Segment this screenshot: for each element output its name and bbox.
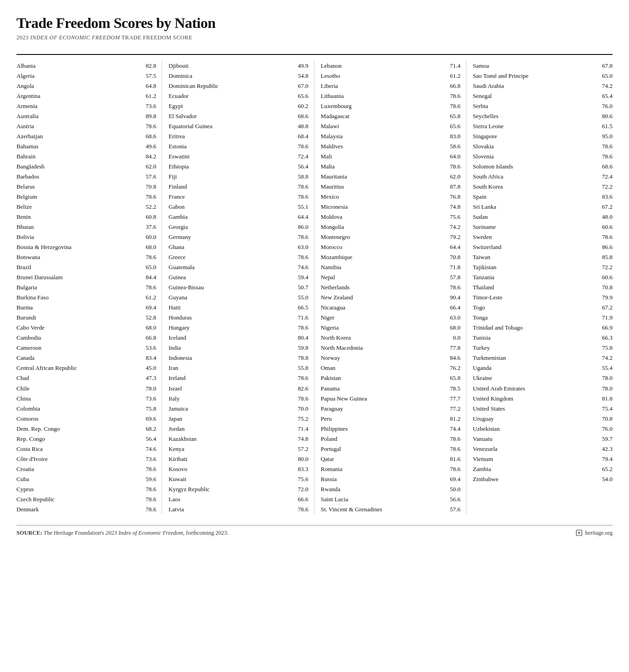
country-score: 78.6 [140, 465, 156, 473]
country-score: 54.8 [292, 71, 309, 80]
country-name: Norway [321, 353, 444, 362]
country-score: 78.6 [140, 485, 156, 493]
country-name: Kenya [168, 444, 292, 453]
country-score: 61.2 [140, 92, 156, 100]
page-title: Trade Freedom Scores by Nation [16, 15, 613, 32]
country-name: Romania [321, 465, 444, 473]
country-score: 82.8 [140, 61, 156, 70]
country-score: 78.8 [292, 353, 309, 362]
country-score: 66.8 [444, 81, 461, 90]
country-name: Maldives [321, 142, 444, 151]
country-name: Guinea [168, 273, 292, 282]
country-score: 56.4 [292, 162, 309, 171]
column-4: Samoa67.8Sao Tomé and Principe65.0Saudi … [466, 60, 613, 514]
country-name: Burkina Faso [16, 293, 140, 302]
country-score: 81.6 [444, 455, 461, 463]
list-item: Guatemala74.6 [168, 262, 308, 272]
country-name: Brazil [16, 263, 140, 271]
list-item: Togo67.2 [473, 303, 613, 313]
country-name: Dominican Republic [168, 81, 292, 90]
country-score: 71.6 [292, 313, 309, 322]
country-name: Hungary [168, 323, 292, 332]
list-item: Nepal57.8 [321, 272, 461, 282]
list-item: Mauritania62.0 [321, 171, 461, 181]
list-item: Guinea59.4 [168, 272, 308, 282]
list-item: Ecuador65.6 [168, 91, 308, 101]
list-item: Lesotho61.2 [321, 70, 461, 81]
country-name: Solomon Islands [473, 162, 596, 171]
country-score: 77.7 [444, 394, 461, 403]
country-score: 90.4 [444, 293, 461, 302]
list-item: Sao Tomé and Principe65.0 [473, 70, 613, 81]
list-item: Tajikistan72.2 [473, 262, 613, 272]
country-name: Liberia [321, 81, 444, 90]
list-item: Sudan48.0 [473, 211, 613, 222]
country-score: 56.6 [444, 495, 461, 504]
country-score: 55.0 [292, 293, 309, 302]
country-name: Mauritania [321, 172, 444, 181]
country-score: 64.4 [292, 212, 309, 221]
country-score: 57.2 [292, 444, 309, 453]
country-name: Gabon [168, 202, 292, 211]
country-score: 78.6 [292, 233, 309, 241]
country-name: Algeria [16, 71, 140, 80]
country-name: United Kingdom [473, 394, 596, 403]
list-item: Egypt60.2 [168, 101, 308, 111]
country-score: 57.8 [444, 273, 461, 282]
country-score: 78.6 [444, 434, 461, 443]
country-name: Spain [473, 192, 596, 201]
country-name: New Zealand [321, 293, 444, 302]
country-score: 62.0 [140, 162, 156, 171]
country-score: 77.2 [444, 404, 461, 413]
country-score: 52.8 [140, 313, 156, 322]
country-name: Uganda [473, 363, 596, 372]
list-item: Germany78.6 [168, 232, 308, 242]
list-item: El Salvador68.6 [168, 111, 308, 121]
country-score: 83.0 [444, 132, 461, 141]
country-score: 81.8 [596, 394, 613, 403]
list-item: Ethiopia56.4 [168, 161, 308, 171]
country-score: 76.8 [444, 192, 461, 201]
list-item: Sweden78.6 [473, 232, 613, 242]
country-score: 78.6 [596, 152, 613, 161]
country-score: 57.6 [444, 505, 461, 514]
list-item: Ghana63.0 [168, 242, 308, 252]
list-item: Bolivia60.0 [16, 232, 156, 242]
list-item: Belize52.2 [16, 201, 156, 211]
country-name: Belgium [16, 192, 140, 201]
list-item: Solomon Islands68.6 [473, 161, 613, 171]
country-score: 48.0 [596, 212, 613, 221]
list-item: Jamaica70.0 [168, 403, 308, 413]
country-name: South Africa [473, 172, 596, 181]
list-item: Mexico76.8 [321, 191, 461, 201]
country-score: 74.2 [444, 222, 461, 231]
country-name: Kiribati [168, 455, 292, 463]
country-score: 66.4 [444, 303, 461, 312]
country-score: 61.5 [596, 122, 613, 130]
country-name: Iceland [168, 333, 292, 342]
list-item: Burkina Faso61.2 [16, 293, 156, 303]
list-item: Bahamas49.6 [16, 141, 156, 151]
list-item: Kyrgyz Republic72.0 [168, 484, 308, 494]
country-name: Kyrgyz Republic [168, 485, 292, 493]
country-score: 65.8 [444, 374, 461, 382]
country-name: United Arab Emirates [473, 384, 596, 393]
list-item: Montenegro79.2 [321, 232, 461, 242]
country-score: 78.6 [444, 444, 461, 453]
country-score: 74.6 [292, 263, 309, 271]
country-name: Dominica [168, 71, 292, 80]
country-score: 45.0 [140, 363, 156, 372]
country-name: Uzbekistan [473, 424, 596, 433]
list-item: Bhutan37.6 [16, 222, 156, 232]
country-name: Sri Lanka [473, 202, 596, 211]
list-item: Cameroon53.6 [16, 343, 156, 353]
country-score: 69.4 [140, 303, 156, 312]
country-score: 69.4 [444, 475, 461, 483]
list-item: Uzbekistan76.0 [473, 423, 613, 434]
country-name: Colombia [16, 404, 140, 413]
country-name: Moldova [321, 212, 444, 221]
country-name: Bulgaria [16, 283, 140, 292]
country-score: 59.7 [596, 434, 613, 443]
list-item: Burma69.4 [16, 303, 156, 313]
list-item: Belarus70.8 [16, 181, 156, 191]
